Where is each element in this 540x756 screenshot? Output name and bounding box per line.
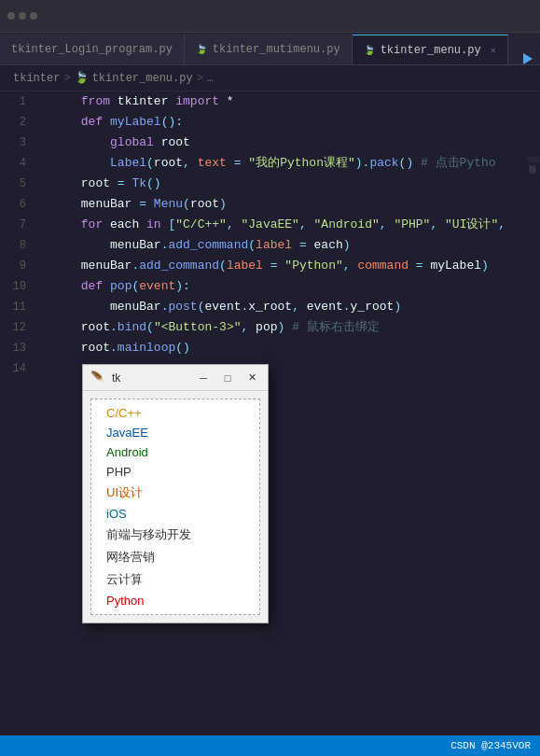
tk-minimize-button[interactable]: ─ bbox=[195, 371, 212, 385]
tab-mutimenu[interactable]: 🍃 tkinter_mutimenu.py bbox=[185, 35, 353, 64]
minimap: 扫 描 bbox=[527, 157, 540, 162]
menu-item-cloud[interactable]: 云计算 bbox=[91, 568, 259, 591]
tk-close-button[interactable]: ✕ bbox=[243, 371, 260, 385]
tk-titlebar: 🪶 tk ─ □ ✕ bbox=[83, 365, 268, 391]
top-bar bbox=[0, 0, 540, 33]
menu-item-cpp[interactable]: C/C++ bbox=[91, 403, 259, 423]
code-empty-space bbox=[0, 390, 540, 437]
line-num-3: 3 bbox=[0, 133, 37, 153]
tab-menu-label: tkinter_menu.py bbox=[381, 44, 481, 57]
tab-login-label: tkinter_Login_program.py bbox=[11, 43, 173, 56]
menu-item-marketing[interactable]: 网络营销 bbox=[91, 546, 259, 568]
breadcrumb: tkinter > 🍃 tkinter_menu.py > … bbox=[0, 65, 540, 91]
line-num-6: 6 bbox=[0, 194, 37, 215]
line-num-10: 10 bbox=[0, 276, 37, 297]
breadcrumb-sep1: > bbox=[63, 72, 70, 85]
code-area: 1 from tkinter import * 2 def myLabel():… bbox=[0, 91, 540, 390]
line-num-12: 12 bbox=[0, 317, 37, 338]
breadcrumb-file-icon: 🍃 bbox=[75, 71, 89, 85]
tk-maximize-button[interactable]: □ bbox=[219, 371, 236, 385]
tk-title: tk bbox=[112, 371, 187, 385]
line-num-1: 1 bbox=[0, 91, 37, 112]
tab-menu[interactable]: 🍃 tkinter_menu.py ✕ bbox=[353, 35, 508, 64]
tab-login[interactable]: tkinter_Login_program.py bbox=[0, 35, 185, 64]
line-num-14: 14 bbox=[0, 358, 37, 379]
tab-menu-icon: 🍃 bbox=[364, 45, 375, 56]
breadcrumb-ellipsis: … bbox=[207, 72, 214, 85]
line-num-13: 13 bbox=[0, 338, 37, 358]
line-num-9: 9 bbox=[0, 256, 37, 276]
line-num-4: 4 bbox=[0, 153, 37, 174]
context-menu: C/C++ JavaEE Android PHP UI设计 iOS 前端与移动开… bbox=[90, 399, 260, 615]
window-controls bbox=[7, 12, 37, 20]
status-text: CSDN @2345VOR bbox=[450, 740, 531, 751]
tk-body: C/C++ JavaEE Android PHP UI设计 iOS 前端与移动开… bbox=[83, 391, 268, 623]
menu-item-ui[interactable]: UI设计 bbox=[91, 482, 259, 504]
status-bar: CSDN @2345VOR bbox=[0, 735, 540, 756]
menu-item-python[interactable]: Python bbox=[91, 591, 259, 610]
line-num-5: 5 bbox=[0, 174, 37, 194]
tab-menu-close[interactable]: ✕ bbox=[491, 45, 496, 56]
menu-item-php[interactable]: PHP bbox=[91, 462, 259, 482]
tab-mutimenu-label: tkinter_mutimenu.py bbox=[213, 43, 340, 56]
tabs-bar: tkinter_Login_program.py 🍃 tkinter_mutim… bbox=[0, 33, 540, 65]
breadcrumb-file[interactable]: tkinter_menu.py bbox=[92, 72, 193, 85]
dot3 bbox=[30, 12, 37, 20]
line-num-7: 7 bbox=[0, 215, 37, 235]
dot1 bbox=[7, 12, 15, 20]
breadcrumb-sep2: > bbox=[197, 72, 203, 85]
line-num-11: 11 bbox=[0, 297, 37, 317]
menu-item-android[interactable]: Android bbox=[91, 442, 259, 462]
run-button[interactable] bbox=[523, 53, 533, 64]
menu-item-javaee[interactable]: JavaEE bbox=[91, 423, 259, 442]
breadcrumb-tkinter[interactable]: tkinter bbox=[13, 72, 60, 85]
line-num-8: 8 bbox=[0, 235, 37, 256]
dot2 bbox=[19, 12, 26, 20]
menu-item-frontend[interactable]: 前端与移动开发 bbox=[91, 524, 259, 546]
tk-feather-icon: 🪶 bbox=[90, 371, 104, 385]
tab-mutimenu-icon: 🍃 bbox=[196, 44, 207, 55]
menu-item-ios[interactable]: iOS bbox=[91, 504, 259, 524]
line-num-2: 2 bbox=[0, 112, 37, 133]
tk-window: 🪶 tk ─ □ ✕ C/C++ JavaEE Android PHP UI设计… bbox=[82, 364, 269, 623]
